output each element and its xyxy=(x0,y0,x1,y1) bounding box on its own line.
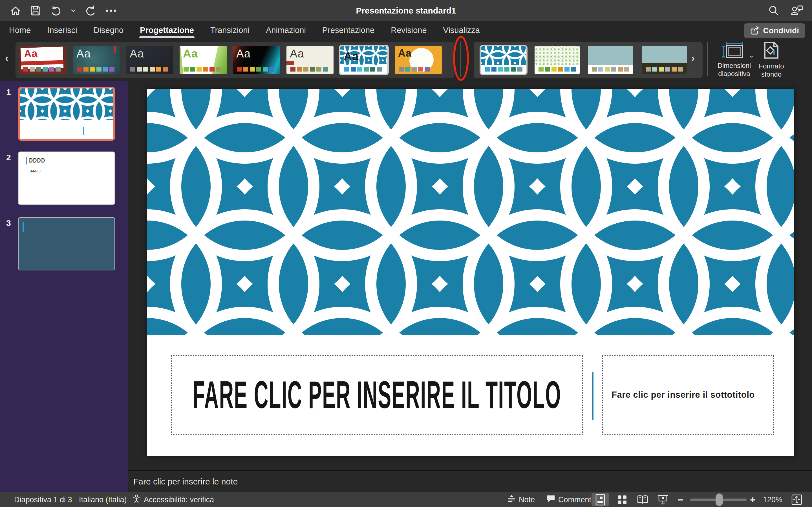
gallery-scroll-right-icon[interactable]: › xyxy=(691,52,695,64)
theme-thumbnail-brick-red[interactable]: Aa xyxy=(19,46,66,74)
tab-home[interactable]: Home xyxy=(8,23,31,37)
search-icon[interactable] xyxy=(768,5,779,16)
more-options-icon[interactable] xyxy=(105,9,117,12)
undo-dropdown-chevron-icon[interactable] xyxy=(70,8,76,13)
accessibility-icon xyxy=(132,494,141,505)
theme-color-swatches xyxy=(539,67,576,71)
title-subtitle-divider xyxy=(592,372,594,420)
share-icon xyxy=(750,26,760,35)
tab-presentazione[interactable]: Presentazione xyxy=(322,23,375,37)
gallery-scroll-left-icon[interactable]: ‹ xyxy=(5,52,8,64)
design-ribbon-gallery: ‹ AaAaAaAaAaAaAaAa › ⌄ Dimensionidiaposi… xyxy=(0,40,812,81)
slide-thumbnail-2[interactable]: DDDDddddd xyxy=(18,152,115,205)
theme-color-swatches xyxy=(130,67,168,71)
theme-thumbnail-orange-badge[interactable]: Aa xyxy=(395,46,442,74)
share-button[interactable]: Condividi xyxy=(744,23,805,38)
theme-thumbnail-charcoal[interactable]: Aa xyxy=(126,46,173,74)
comments-toggle[interactable]: Commenti xyxy=(546,492,593,507)
variant-thumbnail-variant-blue-pattern[interactable] xyxy=(481,46,526,74)
variant-thumbnail-variant-teal-dark-bar[interactable] xyxy=(642,46,687,74)
tab-progettazione[interactable]: Progettazione xyxy=(139,23,195,37)
thumbnail-body-text: ddddd xyxy=(30,170,41,173)
theme-thumbnail-blue-circles[interactable]: Aa xyxy=(340,46,388,74)
notes-pane[interactable]: Fare clic per inserire le note xyxy=(128,470,812,492)
language-indicator[interactable]: Italiano (Italia) xyxy=(79,492,127,507)
share-button-label: Condividi xyxy=(763,26,799,35)
theme-color-swatches xyxy=(646,67,683,71)
status-bar: Diapositiva 1 di 3 Italiano (Italia) Acc… xyxy=(0,492,812,507)
slide-thumbnail-3[interactable] xyxy=(18,217,115,270)
redo-icon[interactable] xyxy=(85,4,97,17)
slide-counter: Diapositiva 1 di 3 xyxy=(14,492,72,507)
slide-size-button[interactable]: ⌄ Dimensionidiapositiva xyxy=(712,41,757,78)
zoom-in-button[interactable]: + xyxy=(750,492,756,507)
tab-visualizza[interactable]: Visualizza xyxy=(443,23,480,37)
title-placeholder-text: FARE CLIC PER INSERIRE IL TITOLO xyxy=(193,373,561,417)
notes-toggle[interactable]: Note xyxy=(507,492,535,507)
slide-canvas: FARE CLIC PER INSERIRE IL TITOLO Fare cl… xyxy=(128,81,812,470)
normal-view-button[interactable] xyxy=(592,493,609,506)
slide-number-3: 3 xyxy=(6,218,11,228)
slide-number-1: 1 xyxy=(6,87,11,97)
variant-thumbnail-variant-sage-plain[interactable] xyxy=(588,46,633,74)
variant-thumbnail-variant-green-pattern[interactable] xyxy=(535,46,580,74)
share-people-icon[interactable] xyxy=(790,4,804,17)
slide-1-editor[interactable]: FARE CLIC PER INSERIRE IL TITOLO Fare cl… xyxy=(147,89,794,456)
zoom-out-button[interactable]: − xyxy=(678,492,683,507)
theme-color-swatches xyxy=(184,67,221,71)
slideshow-view-button[interactable] xyxy=(654,493,672,506)
notes-placeholder-text: Fare clic per inserire le note xyxy=(133,477,238,487)
theme-color-swatches xyxy=(77,67,114,71)
theme-color-swatches xyxy=(23,67,61,71)
slide-size-icon xyxy=(721,41,747,60)
ribbon-tab-bar: HomeInserisciDisegnoProgettazioneTransiz… xyxy=(0,21,812,40)
comments-icon xyxy=(546,495,555,505)
tab-animazioni[interactable]: Animazioni xyxy=(265,23,306,37)
tab-transizioni[interactable]: Transizioni xyxy=(210,23,250,37)
tab-revisione[interactable]: Revisione xyxy=(390,23,427,37)
reading-view-button[interactable] xyxy=(634,493,651,506)
slide-thumbnail-panel: 12DDDDddddd3 xyxy=(0,81,128,492)
theme-thumbnail-black-abstract[interactable]: Aa xyxy=(233,46,280,74)
format-background-icon xyxy=(763,41,780,60)
theme-color-swatches xyxy=(592,67,629,71)
ribbon-group-divider xyxy=(707,42,708,76)
slide-pattern-background xyxy=(147,89,794,335)
theme-color-swatches xyxy=(237,67,274,71)
theme-color-swatches xyxy=(344,67,382,71)
accessibility-status[interactable]: Accessibilità: verifica xyxy=(132,492,214,507)
red-annotation-ellipse xyxy=(453,36,469,81)
slide-thumbnail-1[interactable] xyxy=(18,87,115,141)
tab-inserisci[interactable]: Inserisci xyxy=(47,23,78,37)
subtitle-placeholder[interactable]: Fare clic per inserire il sottotitolo xyxy=(602,355,774,435)
theme-thumbnail-teal-dark[interactable]: Aa xyxy=(73,46,120,74)
save-icon[interactable] xyxy=(30,5,41,16)
format-background-button[interactable]: Formatosfondo xyxy=(755,41,788,78)
tab-disegno[interactable]: Disegno xyxy=(93,23,124,37)
title-placeholder[interactable]: FARE CLIC PER INSERIRE IL TITOLO xyxy=(171,355,583,435)
document-title: Presentazione standard1 xyxy=(0,0,812,21)
title-bar: Presentazione standard1 xyxy=(0,0,812,21)
subtitle-placeholder-text: Fare clic per inserire il sottotitolo xyxy=(603,390,755,400)
fit-slide-to-window-button[interactable] xyxy=(791,492,802,507)
ribbon-tabs: HomeInserisciDisegnoProgettazioneTransiz… xyxy=(8,21,480,40)
theme-color-swatches xyxy=(485,67,522,71)
thumbnail-title-text: DDDD xyxy=(26,157,45,165)
zoom-slider-thumb[interactable] xyxy=(716,494,723,506)
home-icon[interactable] xyxy=(10,5,21,17)
undo-icon[interactable] xyxy=(50,4,62,17)
theme-color-swatches xyxy=(399,67,430,71)
slide-size-chevron-icon: ⌄ xyxy=(748,51,755,59)
slide-sorter-view-button[interactable] xyxy=(613,493,631,506)
theme-thumbnail-cream-wisp[interactable]: Aa xyxy=(287,46,334,74)
variants-gallery xyxy=(474,42,703,78)
notes-icon xyxy=(507,494,516,505)
slide-number-2: 2 xyxy=(6,153,11,162)
theme-color-swatches xyxy=(290,67,328,71)
theme-thumbnail-green-facet[interactable]: Aa xyxy=(180,46,227,74)
themes-gallery: AaAaAaAaAaAaAaAa xyxy=(15,42,455,78)
zoom-percentage[interactable]: 120% xyxy=(763,492,782,507)
